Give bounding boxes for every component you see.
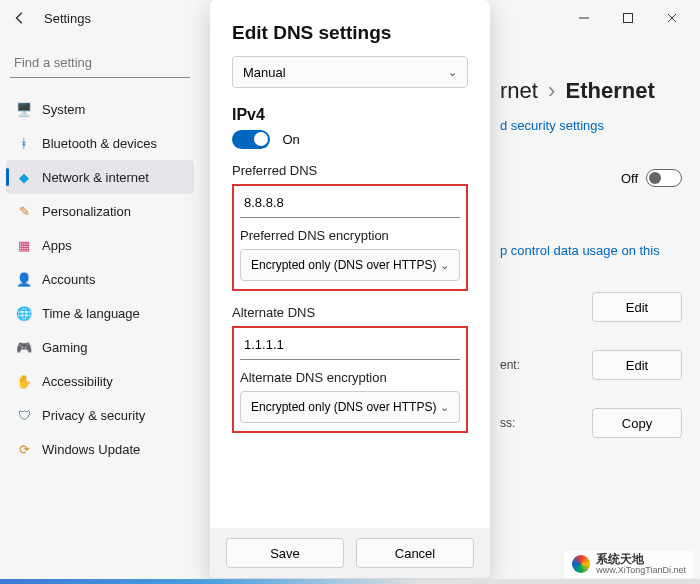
accessibility-icon: ✋ — [16, 373, 32, 389]
wifi-icon: ◆ — [16, 169, 32, 185]
watermark: 系统天地 www.XiTongTianDi.net — [564, 551, 694, 578]
sidebar-item-update[interactable]: ⟳Windows Update — [6, 432, 194, 466]
preferred-dns-highlight: Preferred DNS encryption Encrypted only … — [232, 184, 468, 291]
data-usage-link[interactable]: p control data usage on this — [500, 243, 682, 258]
close-button[interactable] — [652, 4, 692, 32]
display-icon: 🖥️ — [16, 101, 32, 117]
security-settings-link[interactable]: d security settings — [500, 118, 682, 133]
sidebar-item-accessibility[interactable]: ✋Accessibility — [6, 364, 194, 398]
window-title: Settings — [44, 11, 91, 26]
ipv4-heading: IPv4 — [232, 106, 468, 124]
preferred-dns-label: Preferred DNS — [232, 163, 468, 178]
assignment-label: ent: — [500, 358, 520, 372]
svg-rect-1 — [624, 14, 633, 23]
breadcrumb: rnet › Ethernet — [500, 78, 682, 104]
taskbar-fragment — [0, 579, 700, 584]
search-input[interactable]: Find a setting — [10, 48, 190, 78]
settings-window: Settings Find a setting 🖥️System ᚼBlueto… — [0, 0, 700, 584]
metered-toggle[interactable] — [646, 169, 682, 187]
preferred-dns-input[interactable] — [240, 188, 460, 218]
dns-mode-select[interactable]: Manual ⌄ — [232, 56, 468, 88]
metered-row: Off — [500, 169, 682, 187]
edit-button-2[interactable]: Edit — [592, 350, 682, 380]
person-icon: 👤 — [16, 271, 32, 287]
cancel-button[interactable]: Cancel — [356, 538, 474, 568]
ipv4-toggle[interactable] — [232, 130, 270, 149]
sidebar: Find a setting 🖥️System ᚼBluetooth & dev… — [0, 36, 200, 584]
address-label: ss: — [500, 416, 515, 430]
preferred-enc-label: Preferred DNS encryption — [240, 228, 460, 243]
maximize-button[interactable] — [608, 4, 648, 32]
sidebar-item-personalization[interactable]: ✎Personalization — [6, 194, 194, 228]
alternate-dns-input[interactable] — [240, 330, 460, 360]
preferred-enc-select[interactable]: Encrypted only (DNS over HTTPS) ⌄ — [240, 249, 460, 281]
sidebar-item-accounts[interactable]: 👤Accounts — [6, 262, 194, 296]
chevron-down-icon: ⌄ — [440, 401, 449, 414]
ipv4-toggle-row: On — [232, 130, 468, 149]
watermark-logo-icon — [572, 555, 590, 573]
edit-button-1[interactable]: Edit — [592, 292, 682, 322]
sidebar-item-time[interactable]: 🌐Time & language — [6, 296, 194, 330]
alternate-enc-label: Alternate DNS encryption — [240, 370, 460, 385]
alternate-enc-select[interactable]: Encrypted only (DNS over HTTPS) ⌄ — [240, 391, 460, 423]
alternate-dns-label: Alternate DNS — [232, 305, 468, 320]
alternate-dns-highlight: Alternate DNS encryption Encrypted only … — [232, 326, 468, 433]
bluetooth-icon: ᚼ — [16, 135, 32, 151]
sidebar-item-network[interactable]: ◆Network & internet — [6, 160, 194, 194]
minimize-button[interactable] — [564, 4, 604, 32]
apps-icon: ▦ — [16, 237, 32, 253]
shield-icon: 🛡 — [16, 407, 32, 423]
back-button[interactable] — [8, 6, 32, 30]
gamepad-icon: 🎮 — [16, 339, 32, 355]
save-button[interactable]: Save — [226, 538, 344, 568]
update-icon: ⟳ — [16, 441, 32, 457]
sidebar-item-bluetooth[interactable]: ᚼBluetooth & devices — [6, 126, 194, 160]
chevron-right-icon: › — [548, 78, 555, 103]
sidebar-item-privacy[interactable]: 🛡Privacy & security — [6, 398, 194, 432]
chevron-down-icon: ⌄ — [448, 66, 457, 79]
breadcrumb-parent[interactable]: rnet — [500, 78, 538, 103]
search-placeholder: Find a setting — [14, 55, 92, 70]
sidebar-item-apps[interactable]: ▦Apps — [6, 228, 194, 262]
copy-button[interactable]: Copy — [592, 408, 682, 438]
dialog-footer: Save Cancel — [210, 528, 490, 578]
sidebar-item-system[interactable]: 🖥️System — [6, 92, 194, 126]
edit-dns-dialog: Edit DNS settings Manual ⌄ IPv4 On Prefe… — [210, 0, 490, 578]
toggle-label: Off — [621, 171, 638, 186]
chevron-down-icon: ⌄ — [440, 259, 449, 272]
globe-icon: 🌐 — [16, 305, 32, 321]
dialog-title: Edit DNS settings — [232, 22, 468, 44]
brush-icon: ✎ — [16, 203, 32, 219]
breadcrumb-current: Ethernet — [566, 78, 655, 103]
ipv4-toggle-label: On — [282, 132, 299, 147]
sidebar-item-gaming[interactable]: 🎮Gaming — [6, 330, 194, 364]
watermark-url: www.XiTongTianDi.net — [596, 566, 686, 576]
